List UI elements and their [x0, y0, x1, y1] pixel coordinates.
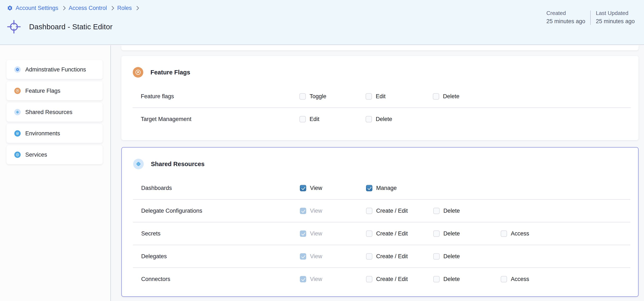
checkbox[interactable]	[433, 253, 440, 260]
permission-view[interactable]: View	[300, 208, 322, 214]
permission-row-delegate-configurations: Delegate Configurations View Create / Ed…	[133, 199, 630, 222]
checkbox-label: Toggle	[310, 93, 326, 100]
checkbox[interactable]	[501, 276, 507, 282]
role-editor-screen: Account Settings Access Control Roles Da…	[0, 0, 644, 301]
sidebar-item-services[interactable]: Services	[6, 145, 103, 164]
checkbox-label: Create / Edit	[376, 276, 408, 282]
permission-create-edit[interactable]: Create / Edit	[366, 208, 408, 214]
sidebar-item-administrative-functions[interactable]: Adminstrative Functions	[6, 60, 103, 79]
checkbox-label: View	[310, 253, 322, 260]
checkbox[interactable]	[300, 276, 306, 282]
checkbox[interactable]	[300, 116, 306, 122]
permission-view[interactable]: View	[300, 185, 322, 192]
section-feature-flags: Feature Flags Feature flags Toggle Edit	[122, 56, 638, 140]
gear-icon	[14, 66, 21, 73]
breadcrumb-account-settings[interactable]: Account Settings	[16, 5, 58, 12]
flag-icon	[133, 67, 143, 78]
page-title: Dashboard - Static Editor	[29, 22, 112, 31]
checkbox-label: Delete	[443, 93, 460, 100]
sidebar-item-feature-flags[interactable]: Feature Flags	[6, 81, 103, 100]
permission-delete[interactable]: Delete	[433, 208, 460, 214]
checkbox-label: View	[310, 208, 322, 214]
created-value: 25 minutes ago	[546, 18, 586, 25]
permission-view[interactable]: View	[300, 253, 322, 260]
permission-manage[interactable]: Manage	[366, 185, 397, 192]
shared-resources-icon	[14, 109, 21, 115]
permission-delete[interactable]: Delete	[433, 276, 460, 282]
permission-delete[interactable]: Delete	[366, 116, 392, 122]
permission-delete[interactable]: Delete	[433, 230, 460, 237]
checkbox[interactable]	[366, 185, 372, 191]
sidebar-item-label: Shared Resources	[25, 109, 72, 116]
permission-create-edit[interactable]: Create / Edit	[366, 253, 408, 260]
breadcrumb-access-control[interactable]: Access Control	[69, 5, 107, 12]
checkbox[interactable]	[300, 230, 306, 237]
permission-delete[interactable]: Delete	[433, 253, 460, 260]
permission-row-dashboards: Dashboards View Manage	[133, 177, 630, 199]
permission-rows: Dashboards View Manage Delegate Configur…	[133, 177, 630, 290]
checkbox[interactable]	[300, 208, 306, 214]
checkbox-label: Manage	[376, 185, 397, 192]
created-block: Created 25 minutes ago	[546, 10, 586, 25]
resource-label: Connectors	[141, 276, 170, 282]
resource-label: Feature flags	[141, 93, 174, 100]
permission-view[interactable]: View	[300, 276, 322, 282]
checkbox-label: View	[310, 185, 322, 192]
resource-label: Delegate Configurations	[141, 208, 202, 214]
checkbox-label: Create / Edit	[376, 208, 408, 214]
sidebar-item-label: Environments	[25, 130, 60, 137]
checkbox[interactable]	[300, 253, 306, 260]
breadcrumb-roles[interactable]: Roles	[117, 5, 132, 12]
checkbox[interactable]	[433, 93, 439, 100]
permission-delete[interactable]: Delete	[433, 93, 460, 100]
checkbox[interactable]	[300, 93, 306, 100]
chevron-right-icon	[135, 6, 139, 10]
permission-create-edit[interactable]: Create / Edit	[366, 230, 408, 237]
checkbox-label: Create / Edit	[376, 253, 408, 260]
checkbox[interactable]	[433, 230, 440, 237]
section-title: Shared Resources	[151, 160, 204, 168]
checkbox[interactable]	[366, 93, 372, 100]
checkbox-label: Edit	[376, 93, 386, 100]
permission-edit[interactable]: Edit	[366, 93, 386, 100]
checkbox[interactable]	[433, 208, 440, 214]
permission-view[interactable]: View	[300, 230, 322, 237]
breadcrumb: Account Settings Access Control Roles	[7, 3, 139, 13]
checkbox[interactable]	[366, 116, 372, 122]
checkbox-label: Delete	[444, 230, 460, 237]
checkbox[interactable]	[366, 208, 372, 214]
title-row: Dashboard - Static Editor	[7, 18, 112, 36]
sidebar-item-shared-resources[interactable]: Shared Resources	[6, 103, 103, 122]
permission-row-connectors: Connectors View Create / Edit Delete	[133, 268, 630, 290]
checkbox[interactable]	[366, 276, 372, 282]
section-title: Feature Flags	[150, 69, 190, 76]
checkbox-label: View	[310, 276, 322, 282]
permission-row-target-management: Target Management Edit Delete	[132, 108, 631, 130]
flag-icon	[14, 88, 21, 94]
sidebar-item-environments[interactable]: Environments	[6, 124, 103, 143]
checkbox[interactable]	[501, 230, 507, 237]
shared-resources-icon	[133, 159, 144, 169]
resource-label: Dashboards	[141, 185, 172, 192]
checkbox-label: Delete	[444, 208, 460, 214]
sidebar-item-label: Feature Flags	[25, 88, 60, 94]
permission-edit[interactable]: Edit	[300, 116, 320, 122]
permission-create-edit[interactable]: Create / Edit	[366, 276, 408, 282]
last-updated-block: Last Updated 25 minutes ago	[596, 10, 635, 25]
checkbox[interactable]	[366, 253, 372, 260]
sidebar-item-label: Services	[25, 152, 47, 158]
resource-category-sidebar: Adminstrative Functions Feature Flags	[0, 45, 111, 301]
checkbox[interactable]	[300, 185, 306, 191]
resource-label: Target Management	[141, 116, 191, 122]
meta-divider	[590, 10, 591, 25]
resource-label: Secrets	[141, 230, 160, 237]
chevron-right-icon	[110, 6, 114, 10]
permission-toggle[interactable]: Toggle	[300, 93, 326, 100]
sidebar-item-label: Adminstrative Functions	[25, 66, 86, 73]
checkbox[interactable]	[433, 276, 440, 282]
checkbox[interactable]	[366, 230, 372, 237]
page-header: Account Settings Access Control Roles Da…	[0, 0, 644, 45]
permission-access[interactable]: Access	[501, 230, 529, 237]
permission-row-delegates: Delegates View Create / Edit Delete	[133, 245, 630, 268]
permission-access[interactable]: Access	[501, 276, 529, 282]
